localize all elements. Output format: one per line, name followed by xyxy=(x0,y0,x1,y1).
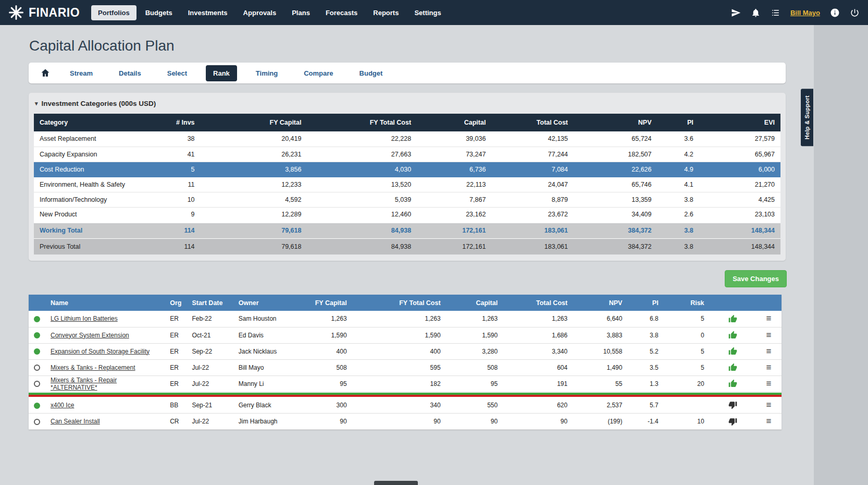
send-icon[interactable] xyxy=(731,8,741,18)
cell-fy-capital: 79,618 xyxy=(201,238,307,254)
vote-cell[interactable] xyxy=(710,359,756,375)
notifications-bell-icon[interactable] xyxy=(751,8,761,18)
row-menu-icon[interactable]: ≡ xyxy=(766,330,771,340)
cell-fy-capital: 4,592 xyxy=(201,192,307,207)
start-date-cell: Jul-22 xyxy=(187,375,233,392)
investment-link[interactable]: Expansion of South Storage Facility xyxy=(51,348,150,355)
nav-item[interactable]: Reports xyxy=(366,5,405,20)
start-date-cell: Oct-21 xyxy=(187,327,233,343)
cell-invs: 38 xyxy=(167,131,200,147)
fy-total-cost-cell: 340 xyxy=(352,397,446,414)
row-menu-icon[interactable]: ≡ xyxy=(766,313,771,323)
category-row[interactable]: Environment, Health & Safety 11 12,233 1… xyxy=(34,177,780,192)
help-support-tab[interactable]: Help & Support xyxy=(801,89,813,146)
category-row[interactable]: Capacity Expansion 41 26,231 27,663 73,2… xyxy=(34,147,780,162)
investment-link[interactable]: Conveyor System Extension xyxy=(51,332,129,339)
main-nav: Portfolios Budgets Investments Approvals… xyxy=(91,5,448,20)
name-cell: Mixers & Tanks - Replacement xyxy=(45,359,165,375)
collapse-icon[interactable]: ▾ xyxy=(35,100,38,107)
tab[interactable]: Budget xyxy=(352,65,390,81)
pi-cell: 1.3 xyxy=(627,375,663,392)
thumbs-down-icon xyxy=(728,417,737,426)
row-menu-icon[interactable]: ≡ xyxy=(766,379,771,389)
investment-link[interactable]: Mixers & Tanks - Repair *ALTERNATIVE* xyxy=(51,377,117,391)
tab[interactable]: Compare xyxy=(296,65,340,81)
org-cell: ER xyxy=(165,343,187,359)
status-dot[interactable] xyxy=(34,332,40,338)
name-cell: Can Sealer Install xyxy=(45,414,165,430)
status-dot[interactable] xyxy=(34,381,40,387)
tab[interactable]: Timing xyxy=(249,65,285,81)
status-cell xyxy=(29,375,45,392)
status-dot[interactable] xyxy=(34,403,40,409)
header-capital: Capital xyxy=(446,295,503,311)
category-row[interactable]: Cost Reduction 5 3,856 4,030 6,736 7,084… xyxy=(34,162,780,177)
nav-item[interactable]: Forecasts xyxy=(319,5,364,20)
nav-item[interactable]: Portfolios xyxy=(91,5,137,20)
thumbs-up-icon xyxy=(728,347,737,356)
panel-title[interactable]: ▾ Investment Categories (000s USD) xyxy=(34,93,780,114)
vote-cell[interactable] xyxy=(710,311,756,327)
cell-category: New Product xyxy=(34,207,167,222)
header-capital: Capital xyxy=(417,114,491,131)
list-icon[interactable] xyxy=(771,8,780,18)
nav-item[interactable]: Investments xyxy=(181,5,234,20)
tab[interactable]: Details xyxy=(111,65,148,81)
vote-cell[interactable] xyxy=(710,343,756,359)
header-fy-capital: FY Capital xyxy=(201,114,307,131)
row-menu-icon[interactable]: ≡ xyxy=(766,400,771,410)
tab[interactable]: Select xyxy=(160,65,194,81)
info-icon[interactable] xyxy=(830,8,840,18)
cell-invs: 114 xyxy=(167,222,200,238)
status-dot[interactable] xyxy=(34,365,40,371)
row-menu-icon[interactable]: ≡ xyxy=(766,346,771,356)
investment-link[interactable]: Can Sealer Install xyxy=(51,418,100,425)
category-row[interactable]: Asset Replacement 38 20,419 22,228 39,03… xyxy=(34,131,780,147)
risk-cell: 5 xyxy=(664,359,710,375)
status-dot[interactable] xyxy=(34,316,40,322)
cell-category: Working Total xyxy=(34,222,167,238)
cell-category: Asset Replacement xyxy=(34,131,167,147)
status-dot[interactable] xyxy=(34,419,40,425)
cell-fy-capital: 12,233 xyxy=(201,177,307,192)
pi-cell: 6.8 xyxy=(627,311,663,327)
cell-total-cost: 8,879 xyxy=(491,192,574,207)
category-row[interactable]: Information/Technology 10 4,592 5,039 7,… xyxy=(34,192,780,207)
categories-table: Category # Invs FY Capital FY Total Cost… xyxy=(34,114,780,254)
view-tabbar: Stream Details Select Rank Timing Compar… xyxy=(29,63,786,83)
nav-item[interactable]: Approvals xyxy=(237,5,283,20)
pi-cell: -1.4 xyxy=(627,414,663,430)
vote-cell[interactable] xyxy=(710,397,756,414)
vote-cell[interactable] xyxy=(710,375,756,392)
row-menu-icon[interactable]: ≡ xyxy=(766,362,771,372)
capital-cell: 90 xyxy=(446,414,503,430)
header-evi: EVI xyxy=(699,114,780,131)
nav-item[interactable]: Budgets xyxy=(139,5,179,20)
tab[interactable]: Stream xyxy=(63,65,100,81)
save-changes-button[interactable]: Save Changes xyxy=(725,270,787,287)
cell-fy-total-cost: 84,938 xyxy=(307,222,417,238)
power-icon[interactable] xyxy=(850,8,860,18)
status-dot[interactable] xyxy=(34,348,40,355)
cell-capital: 7,867 xyxy=(417,192,491,207)
investment-link[interactable]: x400 Ice xyxy=(51,402,74,409)
cell-total-cost: 7,084 xyxy=(491,162,574,177)
nav-item[interactable]: Plans xyxy=(285,5,317,20)
investment-link[interactable]: Mixers & Tanks - Replacement xyxy=(51,364,135,371)
start-date-cell: Sep-21 xyxy=(187,397,233,414)
risk-cell: 5 xyxy=(664,343,710,359)
category-row[interactable]: New Product 9 12,289 12,460 23,162 23,67… xyxy=(34,207,780,222)
cell-pi: 4.2 xyxy=(658,147,699,162)
home-icon[interactable] xyxy=(34,68,57,78)
risk-cell: 5 xyxy=(664,311,710,327)
tab[interactable]: Rank xyxy=(206,65,237,81)
vote-cell[interactable] xyxy=(710,414,756,430)
cell-pi: 3.8 xyxy=(658,192,699,207)
finario-logo[interactable]: FINARIO xyxy=(8,5,80,20)
investment-link[interactable]: LG Lithium Ion Batteries xyxy=(51,315,118,322)
user-link[interactable]: Bill Mayo xyxy=(790,9,820,17)
cell-capital: 172,161 xyxy=(417,238,491,254)
vote-cell[interactable] xyxy=(710,327,756,343)
nav-item[interactable]: Settings xyxy=(407,5,448,20)
row-menu-icon[interactable]: ≡ xyxy=(766,416,771,426)
